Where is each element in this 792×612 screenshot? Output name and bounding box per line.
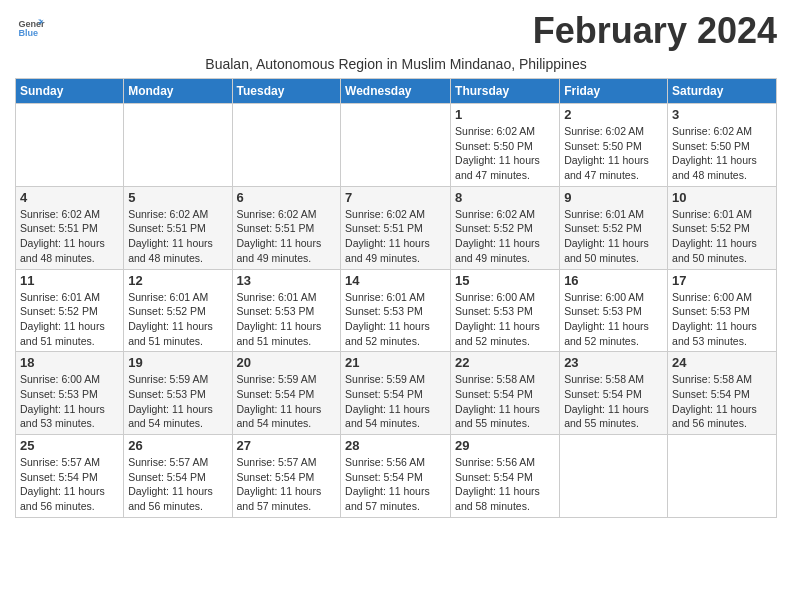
calendar-cell: 6Sunrise: 6:02 AM Sunset: 5:51 PM Daylig… — [232, 186, 341, 269]
calendar-cell: 19Sunrise: 5:59 AM Sunset: 5:53 PM Dayli… — [124, 352, 232, 435]
day-number: 27 — [237, 438, 337, 453]
day-info: Sunrise: 6:01 AM Sunset: 5:52 PM Dayligh… — [564, 207, 663, 266]
day-number: 2 — [564, 107, 663, 122]
calendar-cell — [16, 104, 124, 187]
day-number: 3 — [672, 107, 772, 122]
day-number: 8 — [455, 190, 555, 205]
day-number: 17 — [672, 273, 772, 288]
svg-text:Blue: Blue — [18, 28, 38, 38]
day-info: Sunrise: 6:02 AM Sunset: 5:51 PM Dayligh… — [20, 207, 119, 266]
month-title: February 2024 — [533, 10, 777, 52]
day-info: Sunrise: 6:02 AM Sunset: 5:51 PM Dayligh… — [237, 207, 337, 266]
calendar-cell: 27Sunrise: 5:57 AM Sunset: 5:54 PM Dayli… — [232, 435, 341, 518]
day-info: Sunrise: 5:57 AM Sunset: 5:54 PM Dayligh… — [20, 455, 119, 514]
day-number: 15 — [455, 273, 555, 288]
day-number: 26 — [128, 438, 227, 453]
calendar-cell: 23Sunrise: 5:58 AM Sunset: 5:54 PM Dayli… — [560, 352, 668, 435]
calendar-cell: 10Sunrise: 6:01 AM Sunset: 5:52 PM Dayli… — [668, 186, 777, 269]
calendar-cell: 16Sunrise: 6:00 AM Sunset: 5:53 PM Dayli… — [560, 269, 668, 352]
day-info: Sunrise: 5:56 AM Sunset: 5:54 PM Dayligh… — [345, 455, 446, 514]
calendar-cell: 5Sunrise: 6:02 AM Sunset: 5:51 PM Daylig… — [124, 186, 232, 269]
calendar-week-3: 11Sunrise: 6:01 AM Sunset: 5:52 PM Dayli… — [16, 269, 777, 352]
day-info: Sunrise: 6:02 AM Sunset: 5:50 PM Dayligh… — [564, 124, 663, 183]
column-header-wednesday: Wednesday — [341, 79, 451, 104]
day-info: Sunrise: 6:01 AM Sunset: 5:52 PM Dayligh… — [672, 207, 772, 266]
calendar-week-4: 18Sunrise: 6:00 AM Sunset: 5:53 PM Dayli… — [16, 352, 777, 435]
calendar-cell: 28Sunrise: 5:56 AM Sunset: 5:54 PM Dayli… — [341, 435, 451, 518]
calendar-cell: 13Sunrise: 6:01 AM Sunset: 5:53 PM Dayli… — [232, 269, 341, 352]
column-header-tuesday: Tuesday — [232, 79, 341, 104]
day-number: 1 — [455, 107, 555, 122]
day-number: 4 — [20, 190, 119, 205]
day-number: 16 — [564, 273, 663, 288]
calendar-cell: 17Sunrise: 6:00 AM Sunset: 5:53 PM Dayli… — [668, 269, 777, 352]
day-info: Sunrise: 5:59 AM Sunset: 5:54 PM Dayligh… — [345, 372, 446, 431]
calendar-header-row: SundayMondayTuesdayWednesdayThursdayFrid… — [16, 79, 777, 104]
calendar-cell: 15Sunrise: 6:00 AM Sunset: 5:53 PM Dayli… — [451, 269, 560, 352]
day-number: 5 — [128, 190, 227, 205]
day-info: Sunrise: 6:01 AM Sunset: 5:53 PM Dayligh… — [237, 290, 337, 349]
day-info: Sunrise: 6:01 AM Sunset: 5:53 PM Dayligh… — [345, 290, 446, 349]
column-header-sunday: Sunday — [16, 79, 124, 104]
day-info: Sunrise: 6:01 AM Sunset: 5:52 PM Dayligh… — [20, 290, 119, 349]
day-number: 28 — [345, 438, 446, 453]
calendar-cell — [124, 104, 232, 187]
day-number: 20 — [237, 355, 337, 370]
column-header-thursday: Thursday — [451, 79, 560, 104]
day-number: 6 — [237, 190, 337, 205]
calendar-cell: 3Sunrise: 6:02 AM Sunset: 5:50 PM Daylig… — [668, 104, 777, 187]
day-number: 9 — [564, 190, 663, 205]
day-info: Sunrise: 5:59 AM Sunset: 5:54 PM Dayligh… — [237, 372, 337, 431]
logo-icon: General Blue — [17, 14, 45, 42]
day-info: Sunrise: 6:01 AM Sunset: 5:52 PM Dayligh… — [128, 290, 227, 349]
day-number: 18 — [20, 355, 119, 370]
day-info: Sunrise: 6:00 AM Sunset: 5:53 PM Dayligh… — [564, 290, 663, 349]
calendar-cell: 22Sunrise: 5:58 AM Sunset: 5:54 PM Dayli… — [451, 352, 560, 435]
day-info: Sunrise: 5:57 AM Sunset: 5:54 PM Dayligh… — [128, 455, 227, 514]
day-info: Sunrise: 6:02 AM Sunset: 5:50 PM Dayligh… — [672, 124, 772, 183]
day-info: Sunrise: 5:58 AM Sunset: 5:54 PM Dayligh… — [564, 372, 663, 431]
logo: General Blue — [15, 14, 45, 46]
day-info: Sunrise: 5:59 AM Sunset: 5:53 PM Dayligh… — [128, 372, 227, 431]
day-number: 12 — [128, 273, 227, 288]
calendar-week-2: 4Sunrise: 6:02 AM Sunset: 5:51 PM Daylig… — [16, 186, 777, 269]
day-info: Sunrise: 6:02 AM Sunset: 5:50 PM Dayligh… — [455, 124, 555, 183]
calendar-cell: 12Sunrise: 6:01 AM Sunset: 5:52 PM Dayli… — [124, 269, 232, 352]
column-header-friday: Friday — [560, 79, 668, 104]
calendar-cell — [560, 435, 668, 518]
day-info: Sunrise: 5:57 AM Sunset: 5:54 PM Dayligh… — [237, 455, 337, 514]
calendar-cell: 7Sunrise: 6:02 AM Sunset: 5:51 PM Daylig… — [341, 186, 451, 269]
day-number: 23 — [564, 355, 663, 370]
day-number: 19 — [128, 355, 227, 370]
calendar-cell — [341, 104, 451, 187]
day-number: 25 — [20, 438, 119, 453]
calendar-cell — [668, 435, 777, 518]
day-info: Sunrise: 5:58 AM Sunset: 5:54 PM Dayligh… — [455, 372, 555, 431]
day-number: 7 — [345, 190, 446, 205]
day-number: 21 — [345, 355, 446, 370]
column-header-saturday: Saturday — [668, 79, 777, 104]
calendar-cell: 8Sunrise: 6:02 AM Sunset: 5:52 PM Daylig… — [451, 186, 560, 269]
day-info: Sunrise: 6:02 AM Sunset: 5:52 PM Dayligh… — [455, 207, 555, 266]
calendar-cell: 24Sunrise: 5:58 AM Sunset: 5:54 PM Dayli… — [668, 352, 777, 435]
calendar-cell: 11Sunrise: 6:01 AM Sunset: 5:52 PM Dayli… — [16, 269, 124, 352]
day-info: Sunrise: 6:00 AM Sunset: 5:53 PM Dayligh… — [455, 290, 555, 349]
calendar-week-1: 1Sunrise: 6:02 AM Sunset: 5:50 PM Daylig… — [16, 104, 777, 187]
calendar-cell: 20Sunrise: 5:59 AM Sunset: 5:54 PM Dayli… — [232, 352, 341, 435]
calendar-cell — [232, 104, 341, 187]
day-number: 29 — [455, 438, 555, 453]
calendar-cell: 14Sunrise: 6:01 AM Sunset: 5:53 PM Dayli… — [341, 269, 451, 352]
day-info: Sunrise: 6:02 AM Sunset: 5:51 PM Dayligh… — [128, 207, 227, 266]
calendar-cell: 26Sunrise: 5:57 AM Sunset: 5:54 PM Dayli… — [124, 435, 232, 518]
calendar-week-5: 25Sunrise: 5:57 AM Sunset: 5:54 PM Dayli… — [16, 435, 777, 518]
day-number: 13 — [237, 273, 337, 288]
calendar-cell: 18Sunrise: 6:00 AM Sunset: 5:53 PM Dayli… — [16, 352, 124, 435]
day-info: Sunrise: 6:00 AM Sunset: 5:53 PM Dayligh… — [20, 372, 119, 431]
calendar-cell: 29Sunrise: 5:56 AM Sunset: 5:54 PM Dayli… — [451, 435, 560, 518]
calendar-cell: 21Sunrise: 5:59 AM Sunset: 5:54 PM Dayli… — [341, 352, 451, 435]
day-number: 11 — [20, 273, 119, 288]
calendar-cell: 9Sunrise: 6:01 AM Sunset: 5:52 PM Daylig… — [560, 186, 668, 269]
calendar-cell: 25Sunrise: 5:57 AM Sunset: 5:54 PM Dayli… — [16, 435, 124, 518]
calendar-cell: 4Sunrise: 6:02 AM Sunset: 5:51 PM Daylig… — [16, 186, 124, 269]
day-number: 14 — [345, 273, 446, 288]
